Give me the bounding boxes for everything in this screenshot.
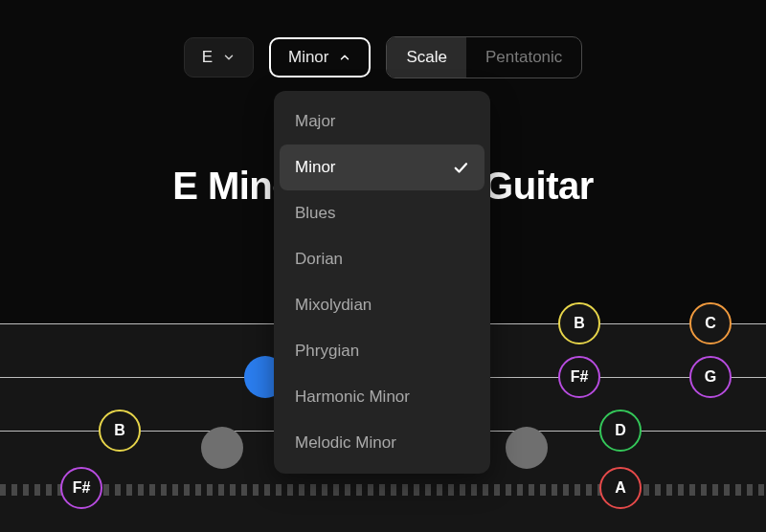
scale-menu-item-label: Dorian — [295, 250, 343, 269]
toolbar: E Minor Scale Pentatonic — [0, 36, 766, 78]
chevron-down-icon — [222, 51, 236, 64]
fretboard-note-label: B — [114, 422, 125, 439]
segment-pentatonic[interactable]: Pentatonic — [466, 37, 581, 78]
scale-type-dropdown[interactable]: Minor — [269, 37, 372, 78]
segment-scale-label: Scale — [406, 48, 447, 66]
segment-scale[interactable]: Scale — [387, 37, 466, 78]
fretboard-note[interactable]: A — [599, 467, 642, 509]
fretboard-note-label: C — [705, 315, 716, 332]
chevron-up-icon — [338, 51, 351, 64]
fretboard-note[interactable]: G — [689, 356, 732, 398]
root-note-dropdown[interactable]: E — [184, 37, 254, 78]
scale-menu-item[interactable]: Blues — [280, 190, 484, 236]
fretboard-divider — [0, 484, 766, 496]
fretboard-note-label: D — [615, 422, 626, 439]
scale-menu-item-label: Blues — [295, 204, 336, 223]
fretboard-note[interactable]: C — [689, 302, 732, 344]
scale-menu-item[interactable]: Mixolydian — [280, 282, 484, 328]
scale-menu-item[interactable]: Dorian — [280, 236, 484, 282]
fretboard-note-label: F# — [73, 479, 91, 497]
scale-menu-item[interactable]: Phrygian — [280, 328, 484, 374]
fretboard-note-label: B — [574, 315, 585, 332]
fretboard-note-label: G — [705, 368, 716, 386]
root-note-label: E — [202, 48, 213, 67]
fretboard-note[interactable]: F# — [558, 356, 600, 398]
scale-type-menu: MajorMinorBluesDorianMixolydianPhrygianH… — [274, 91, 490, 474]
scale-menu-item-label: Melodic Minor — [295, 433, 396, 453]
scale-menu-item[interactable]: Major — [280, 99, 484, 144]
fretboard-note[interactable]: B — [99, 410, 141, 452]
fretboard-note[interactable]: F# — [60, 467, 102, 509]
fretboard-note[interactable] — [506, 427, 548, 469]
fretboard-note-label: A — [615, 479, 626, 497]
scale-menu-item-label: Mixolydian — [295, 296, 372, 315]
scale-type-label: Minor — [288, 48, 329, 67]
scale-menu-item-label: Major — [295, 112, 336, 131]
fretboard-note-label: F# — [571, 368, 589, 386]
scale-menu-item[interactable]: Minor — [280, 144, 484, 190]
scale-menu-item-label: Minor — [295, 158, 336, 177]
scale-menu-item[interactable]: Harmonic Minor — [280, 374, 484, 420]
scale-menu-item[interactable]: Melodic Minor — [280, 420, 484, 466]
fretboard-note[interactable] — [201, 427, 243, 469]
scale-menu-item-label: Harmonic Minor — [295, 388, 410, 407]
segment-pentatonic-label: Pentatonic — [485, 48, 562, 66]
fretboard-note[interactable]: D — [599, 410, 642, 452]
check-icon — [452, 159, 469, 176]
fretboard-note[interactable]: B — [558, 302, 600, 344]
scale-mode-segmented: Scale Pentatonic — [386, 36, 582, 78]
scale-menu-item-label: Phrygian — [295, 342, 359, 361]
